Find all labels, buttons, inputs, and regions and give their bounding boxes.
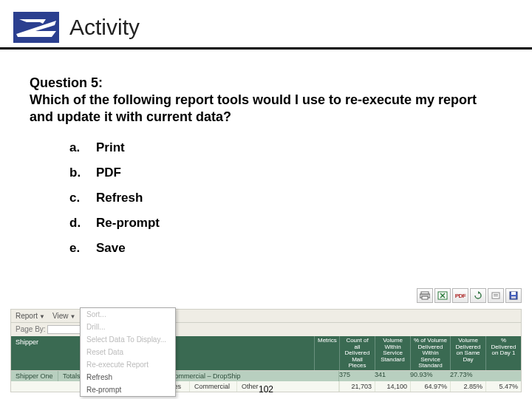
sub-cell: Shipper One [11, 371, 58, 381]
svg-rect-10 [511, 296, 516, 299]
print-icon[interactable] [417, 288, 433, 303]
metrics-label: Metrics [314, 336, 339, 370]
option-a: a. Print [69, 140, 532, 155]
dropdown-item-refresh[interactable]: Refresh [81, 371, 175, 383]
option-letter: c. [69, 191, 96, 205]
usps-logo [13, 12, 59, 43]
pdf-icon[interactable]: PDF [452, 288, 468, 303]
option-label: PDF [96, 166, 121, 180]
data-cell: 27.73% [450, 371, 485, 381]
option-label: Save [96, 241, 126, 256]
save-icon[interactable] [505, 288, 522, 303]
option-e: e. Save [69, 241, 532, 256]
dropdown-item-select-data: Select Data To Display... [81, 333, 175, 346]
metric-col: % of Volume Delivered Within Service Sta… [410, 336, 450, 370]
dropdown-item-sort: Sort... [81, 308, 175, 321]
option-label: Print [96, 140, 125, 155]
data-cell: 90.93% [410, 371, 450, 381]
metric-col: % Delivered on Day 1 [485, 336, 521, 370]
svg-rect-3 [422, 296, 428, 299]
svg-rect-9 [511, 292, 516, 295]
data-cell: 375 [339, 371, 375, 381]
question-text: Which of the following report tools woul… [30, 92, 477, 124]
question-prefix: Question 5: [30, 75, 103, 90]
data-menu-dropdown: Sort... Drill... Select Data To Display.… [80, 307, 176, 397]
option-label: Re-prompt [96, 216, 160, 231]
data-cell [485, 371, 521, 381]
option-d: d. Re-prompt [69, 216, 532, 231]
dropdown-item-reexecute: Re-execute Report [81, 358, 175, 371]
page-title: Activity [69, 15, 140, 40]
option-letter: d. [69, 216, 96, 231]
option-letter: e. [69, 241, 96, 256]
option-letter: a. [69, 140, 96, 155]
metrics-headers: Metrics Count of all Delivered Mail Piec… [314, 336, 521, 370]
svg-rect-6 [494, 294, 498, 295]
option-b: b. PDF [69, 166, 532, 180]
question-block: Question 5: Which of the following repor… [30, 75, 502, 126]
dropdown-item-drill: Drill... [81, 321, 175, 333]
dropdown-item-reprompt[interactable]: Re-prompt [81, 383, 175, 396]
slide-header: Activity [0, 0, 532, 50]
option-letter: b. [69, 166, 96, 180]
metric-col: Count of all Delivered Mail Pieces [339, 336, 375, 370]
excel-icon[interactable] [434, 288, 451, 303]
dropdown-item-reset-data: Reset Data [81, 346, 175, 358]
svg-rect-7 [494, 296, 498, 296]
option-c: c. Refresh [69, 191, 532, 205]
refresh-icon[interactable] [470, 288, 486, 303]
pdf-label: PDF [455, 293, 466, 299]
data-cell: 341 [375, 371, 410, 381]
metric-col: Volume Delivered on Same Day [450, 336, 485, 370]
answer-options: a. Print b. PDF c. Refresh d. Re-prompt … [69, 140, 532, 256]
metric-col: Volume Within Service Standard [375, 336, 410, 370]
menu-report[interactable]: Report▼ [16, 312, 45, 320]
option-label: Refresh [96, 191, 143, 205]
page-by-label: Page By: [16, 325, 46, 333]
reprompt-icon[interactable] [488, 288, 504, 303]
report-toolbar: PDF [417, 288, 522, 303]
menu-view[interactable]: View▼ [52, 312, 75, 320]
